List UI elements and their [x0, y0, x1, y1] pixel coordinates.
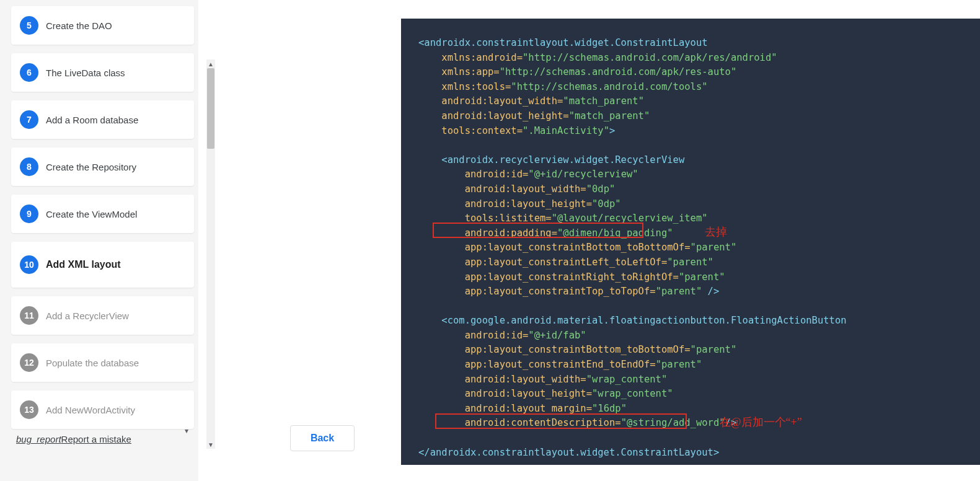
sidebar-scrollbar[interactable]: [206, 68, 215, 440]
code-attr: tools:listitem: [465, 213, 546, 224]
code-attr: app:layout_constraintBottom_toBottomOf: [465, 242, 685, 253]
code-attr: app:layout_constraintLeft_toLeftOf: [465, 257, 661, 268]
code-attr: xmlns:android: [441, 52, 516, 63]
sidebar-item-8[interactable]: 8 Create the Repository: [11, 148, 194, 186]
watermark-text: https://blog.csdn.net/qq_42772612: [843, 469, 976, 479]
scrollbar-thumb[interactable]: [207, 68, 214, 149]
report-mistake-link[interactable]: Report a mistake: [61, 434, 131, 444]
code-str: "0dp": [592, 198, 621, 210]
annotation-text-1: 去掉: [705, 225, 727, 240]
code-str: "wrap_content": [592, 388, 673, 399]
code-tag: />: [702, 286, 719, 297]
code-attr: android:contentDescription: [465, 417, 616, 428]
sidebar-item-label: Add NewWordActivity: [46, 405, 135, 415]
code-str: "match_parent": [569, 110, 650, 121]
sidebar-item-10[interactable]: 10 Add XML layout: [11, 242, 194, 288]
code-eq: =: [580, 183, 586, 195]
code-tag: <com.google.android.material.floatingact…: [441, 315, 846, 326]
code-eq: =: [586, 198, 592, 210]
code-str: "wrap_content": [586, 374, 668, 385]
report-mistake-row[interactable]: bug_reportReport a mistake: [11, 434, 194, 444]
code-eq: =: [586, 403, 592, 414]
code-str: "http://schemas.android.com/apk/res/andr…: [523, 52, 777, 63]
step-number-badge: 13: [20, 400, 38, 419]
step-number-badge: 7: [20, 110, 38, 129]
bug-report-icon-text: bug_report: [16, 434, 61, 444]
scrollbar-down-arrow[interactable]: ▼: [206, 440, 215, 449]
code-eq: =: [580, 374, 586, 385]
code-attr: android:layout_width: [465, 374, 581, 385]
code-attr: android:layout_height: [465, 388, 586, 399]
sidebar-item-13[interactable]: 13 Add NewWordActivity: [11, 391, 194, 429]
code-attr: app:layout_constraintBottom_toBottomOf: [465, 344, 685, 355]
scrollbar-up-arrow[interactable]: ▲: [206, 60, 215, 68]
sidebar-item-6[interactable]: 6 The LiveData class: [11, 53, 194, 92]
sidebar-item-12[interactable]: 12 Populate the database: [11, 343, 194, 382]
code-attr: app:layout_constraintRight_toRightOf: [465, 271, 673, 283]
code-str: "@+id/recyclerview": [528, 169, 638, 180]
code-eq: =: [586, 388, 592, 399]
back-button[interactable]: Back: [290, 425, 355, 451]
code-attr: android:layout_height: [465, 198, 586, 210]
code-eq: =: [557, 95, 563, 107]
sidebar-item-label: Create the ViewModel: [46, 209, 137, 219]
code-str: "http://schemas.android.com/apk/res-auto…: [500, 66, 737, 77]
code-tag: <androidx.recyclerview.widget.RecyclerVi…: [441, 154, 684, 165]
code-eq: =: [661, 257, 667, 268]
step-number-badge: 12: [20, 353, 38, 372]
code-attr: android:layout_margin: [465, 403, 586, 414]
code-eq: =: [552, 227, 557, 239]
sidebar: 4 5 Create the DAO 6 The LiveData class …: [0, 0, 198, 481]
code-attr: app:layout_constraintTop_toTopOf: [465, 286, 650, 297]
sidebar-item-5[interactable]: 5 Create the DAO: [11, 6, 194, 45]
annotation-text-2: 在@后加一个“+”: [720, 415, 802, 430]
code-eq: =: [615, 417, 620, 428]
code-str: "@+id/fab": [528, 330, 586, 341]
code-attr: xmlns:tools: [441, 81, 505, 92]
step-number-badge: 5: [20, 16, 38, 35]
step-number-badge: 9: [20, 205, 38, 223]
code-eq: =: [684, 242, 690, 253]
sidebar-item-7[interactable]: 7 Add a Room database: [11, 100, 194, 139]
code-attr: android:layout_width: [465, 183, 581, 195]
code-str: "parent": [691, 344, 737, 355]
code-str: "match_parent": [563, 95, 644, 107]
code-str: "0dp": [586, 183, 616, 195]
code-eq: =: [505, 81, 511, 92]
code-eq: =: [650, 359, 655, 370]
code-eq: =: [684, 344, 690, 355]
code-eq: =: [673, 271, 679, 283]
sidebar-item-label: Create the DAO: [46, 20, 112, 31]
sidebar-list: 4 5 Create the DAO 6 The LiveData class …: [11, 0, 194, 444]
step-number-badge: 11: [20, 306, 38, 325]
code-tag: <androidx.constraintlayout.widget.Constr…: [418, 37, 708, 48]
code-attr: android:layout_height: [441, 110, 563, 121]
code-eq: =: [517, 52, 523, 63]
code-str: "parent": [667, 257, 713, 268]
code-tag: >: [609, 125, 615, 136]
sidebar-item-label: Create the Repository: [46, 162, 136, 172]
code-str: "16dp": [592, 403, 627, 414]
code-eq: =: [650, 286, 655, 297]
code-attr: android:padding: [465, 227, 552, 239]
code-str: "parent": [656, 286, 702, 297]
code-tag: </androidx.constraintlayout.widget.Const…: [418, 447, 719, 458]
code-str: "@layout/recyclerview_item": [552, 213, 708, 224]
content-middle: Back: [223, 0, 384, 481]
sidebar-item-label: Populate the database: [46, 358, 139, 368]
code-eq: =: [517, 125, 523, 136]
sidebar-item-11[interactable]: 11 Add a RecyclerView: [11, 296, 194, 335]
code-eq: =: [523, 330, 528, 341]
sidebar-item-9[interactable]: 9 Create the ViewModel: [11, 195, 194, 233]
code-str: "parent": [691, 242, 737, 253]
code-attr: android:id: [465, 169, 523, 180]
code-str: "parent": [656, 359, 702, 370]
code-str: "@string/add_word": [621, 417, 725, 428]
code-eq: =: [545, 213, 551, 224]
sidebar-item-label: Add a RecyclerView: [46, 311, 129, 321]
code-attr: xmlns:app: [441, 66, 493, 77]
chevron-down-icon[interactable]: ▾: [185, 426, 188, 435]
sidebar-item-label: Add XML layout: [46, 259, 121, 270]
code-attr: android:layout_width: [441, 95, 557, 107]
code-attr: android:id: [465, 330, 523, 341]
